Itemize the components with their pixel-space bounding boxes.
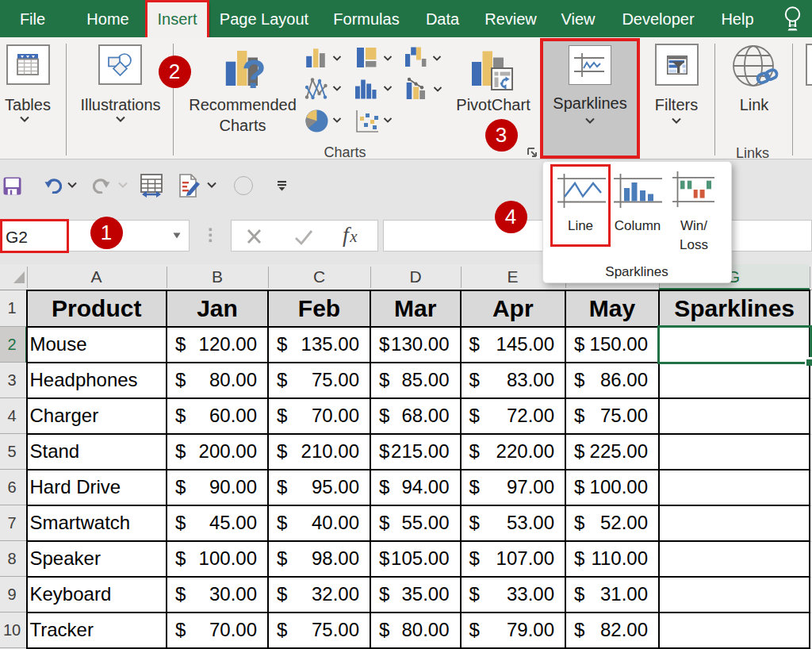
- svg-text:?: ?: [242, 52, 266, 92]
